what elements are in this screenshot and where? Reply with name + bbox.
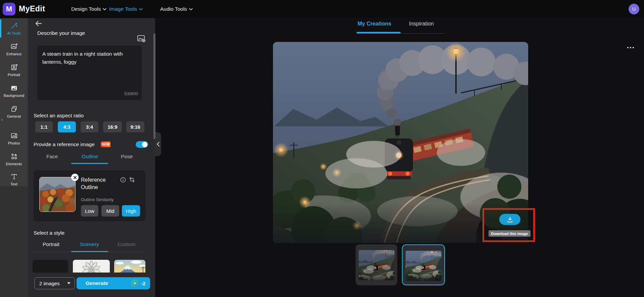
similarity-low-button[interactable]: Low bbox=[81, 205, 98, 217]
image-sparkle-icon bbox=[10, 43, 18, 50]
aspect-1-1-button[interactable]: 1:1 bbox=[35, 121, 53, 132]
my-creations-underline bbox=[357, 32, 401, 34]
reference-toggle[interactable] bbox=[136, 141, 148, 148]
creation-thumb-2[interactable] bbox=[402, 244, 445, 285]
image-to-prompt-icon[interactable] bbox=[137, 34, 146, 43]
shapes-icon bbox=[10, 153, 18, 160]
new-badge: NEW bbox=[101, 141, 110, 147]
brand-title[interactable]: MyEdit bbox=[19, 4, 45, 13]
myedit-logo-icon[interactable]: M bbox=[3, 3, 15, 15]
chevron-down-icon bbox=[189, 8, 193, 10]
similarity-mid-button[interactable]: Mid bbox=[101, 205, 119, 217]
sidebar-item-text[interactable]: Text bbox=[0, 170, 28, 189]
highlight-box bbox=[482, 208, 535, 242]
ai-image-panel: Describe your image A steam train in a n… bbox=[28, 18, 155, 297]
info-icon[interactable] bbox=[120, 177, 126, 183]
magic-wand-icon bbox=[10, 22, 18, 29]
reference-thumbnail[interactable] bbox=[39, 177, 76, 212]
sidebar-item-elements[interactable]: Elements bbox=[0, 150, 28, 169]
menu-image-tools[interactable]: Image Tools bbox=[109, 0, 143, 18]
tab-style-scenery[interactable]: Scenery bbox=[80, 241, 99, 247]
credit-cost: -2 bbox=[141, 281, 145, 286]
tool-sidebar: AI Tools Enhance Portrait Background Gen… bbox=[0, 18, 28, 297]
chevron-down-icon bbox=[139, 8, 143, 10]
tab-my-creations[interactable]: My Creations bbox=[358, 21, 391, 27]
photo-icon bbox=[10, 132, 18, 139]
outline-similarity-label: Outline Similarity bbox=[81, 197, 114, 202]
similarity-high-button[interactable]: High bbox=[122, 205, 140, 217]
tab-inspiration[interactable]: Inspiration bbox=[409, 21, 434, 27]
download-tooltip: Download this image bbox=[489, 230, 531, 237]
describe-label: Describe your image bbox=[37, 30, 85, 36]
tab-pose[interactable]: Pose bbox=[121, 154, 133, 160]
generate-button[interactable]: Generate ✦ -2 bbox=[77, 277, 150, 289]
aspect-4-3-button[interactable]: 4:3 bbox=[58, 121, 76, 132]
reference-card: Reference Outline Outline Similarity Low… bbox=[34, 170, 145, 221]
reference-title: Reference Outline bbox=[81, 176, 106, 191]
myedit-app: M MyEdit Design Tools Image Tools Audio … bbox=[0, 0, 644, 297]
panel-bottom-bar: 2 images Generate ✦ -2 bbox=[28, 273, 155, 297]
sidebar-item-ai-tools[interactable]: AI Tools bbox=[0, 19, 28, 38]
back-arrow-icon[interactable] bbox=[34, 19, 44, 29]
tab-outline[interactable]: Outline bbox=[82, 154, 98, 160]
background-image-icon bbox=[10, 84, 18, 92]
image-count-dropdown[interactable]: 2 images bbox=[34, 277, 75, 289]
aspect-9-16-button[interactable]: 9:16 bbox=[126, 121, 144, 132]
crop-icon[interactable] bbox=[129, 177, 135, 183]
aspect-16-9-button[interactable]: 16:9 bbox=[103, 121, 122, 132]
creation-thumb-1[interactable] bbox=[356, 244, 397, 285]
text-icon bbox=[10, 173, 18, 180]
scenery-tab-underline bbox=[71, 251, 108, 252]
chevron-down-icon bbox=[103, 8, 106, 10]
sidebar-item-background[interactable]: Background bbox=[0, 81, 28, 101]
close-icon[interactable] bbox=[71, 174, 79, 181]
layers-icon bbox=[10, 105, 18, 113]
aspect-ratio-label: Select an aspect ratio bbox=[34, 113, 84, 119]
sidebar-item-enhance[interactable]: Enhance bbox=[0, 40, 28, 59]
sidebar-item-portrait[interactable]: Portrait bbox=[0, 60, 28, 80]
caret-down-icon bbox=[67, 282, 71, 284]
more-options-icon[interactable] bbox=[626, 45, 635, 50]
tab-style-custom[interactable]: Custom bbox=[118, 241, 135, 247]
reference-label: Provide a reference image bbox=[34, 141, 95, 147]
credit-gem-icon: ✦ bbox=[131, 280, 139, 287]
style-label: Select a style bbox=[34, 230, 64, 236]
user-avatar[interactable]: U bbox=[629, 4, 639, 14]
download-button[interactable] bbox=[499, 214, 520, 225]
download-icon bbox=[506, 216, 514, 223]
aspect-3-4-button[interactable]: 3:4 bbox=[81, 121, 98, 132]
tab-face[interactable]: Face bbox=[46, 154, 58, 160]
sidebar-item-general[interactable]: General bbox=[0, 102, 28, 121]
char-counter: 53/800 bbox=[98, 91, 138, 96]
top-navbar: M MyEdit Design Tools Image Tools Audio … bbox=[0, 0, 644, 18]
sidebar-add-icon[interactable]: + bbox=[1, 117, 3, 122]
thumb-scene-2 bbox=[406, 251, 442, 281]
panel-collapse-handle[interactable] bbox=[155, 132, 161, 156]
portrait-icon bbox=[10, 64, 18, 71]
panel-scrollbar[interactable] bbox=[153, 34, 155, 139]
tab-style-portrait[interactable]: Portrait bbox=[43, 241, 59, 247]
reference-autumn-image bbox=[40, 177, 75, 212]
sidebar-item-photos[interactable]: Photos bbox=[0, 129, 28, 148]
menu-audio-tools[interactable]: Audio Tools bbox=[160, 0, 193, 18]
menu-design-tools[interactable]: Design Tools bbox=[71, 0, 106, 18]
outline-tab-underline bbox=[71, 163, 108, 164]
thumb-scene-1 bbox=[359, 250, 395, 280]
